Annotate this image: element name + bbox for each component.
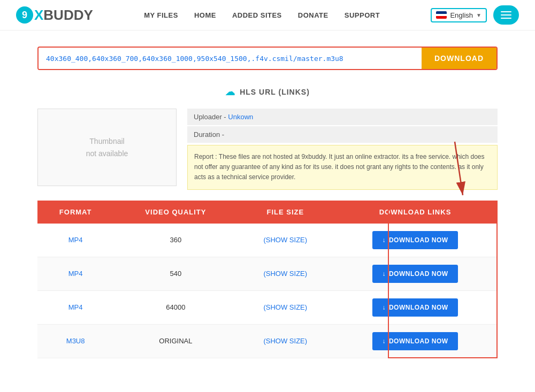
nav-added-sites[interactable]: ADDED SITES [232, 11, 282, 19]
info-section: Thumbnail not available Uploader - Unkow… [37, 109, 498, 190]
cell-format: MP4 [37, 257, 113, 290]
download-now-button[interactable]: ↓ DOWNLOAD NOW [372, 265, 457, 283]
download-now-label: DOWNLOAD NOW [389, 304, 448, 311]
cell-download: ↓ DOWNLOAD NOW [333, 290, 498, 324]
site-header: 9 X BUDDY MY FILES HOME ADDED SITES DONA… [0, 0, 535, 30]
main-content: DOWNLOAD ☁ HLS URL (LINKS) Thumbnail not… [27, 30, 508, 374]
cell-format: MP4 [37, 224, 113, 257]
nav-donate[interactable]: DONATE [298, 11, 328, 19]
table-row: MP4 64000 (SHOW SIZE) ↓ DOWNLOAD NOW [37, 290, 498, 324]
uploader-label: Uploader - [194, 113, 228, 121]
hamburger-menu-button[interactable] [493, 5, 519, 25]
download-arrow-icon: ↓ [382, 337, 386, 345]
col-filesize: FILE SIZE [238, 201, 333, 224]
report-box: Report : These files are not hosted at 9… [187, 145, 498, 190]
cell-filesize: (SHOW SIZE) [238, 324, 333, 358]
hls-title: ☁ HLS URL (LINKS) [37, 86, 498, 98]
cell-filesize: (SHOW SIZE) [238, 224, 333, 257]
col-quality: VIDEO QUALITY [113, 201, 238, 224]
download-now-button[interactable]: ↓ DOWNLOAD NOW [372, 298, 457, 317]
download-table-section: FORMAT VIDEO QUALITY FILE SIZE DOWNLOAD … [37, 201, 498, 358]
logo-buddy: BUDDY [43, 7, 93, 24]
download-table: FORMAT VIDEO QUALITY FILE SIZE DOWNLOAD … [37, 201, 498, 358]
cell-format: M3U8 [37, 324, 113, 358]
logo-x: X [34, 7, 43, 24]
nav-my-files[interactable]: MY FILES [144, 11, 178, 19]
uploader-row: Uploader - Unkown [187, 109, 498, 125]
col-format: FORMAT [37, 201, 113, 224]
cell-filesize: (SHOW SIZE) [238, 257, 333, 290]
download-arrow-icon: ↓ [382, 236, 386, 244]
main-nav: MY FILES HOME ADDED SITES DONATE SUPPORT [144, 11, 380, 19]
cell-quality: ORIGINAL [113, 324, 238, 358]
download-arrow-icon: ↓ [382, 270, 386, 278]
uploader-value[interactable]: Unkown [228, 113, 253, 121]
table-row: MP4 360 (SHOW SIZE) ↓ DOWNLOAD NOW [37, 224, 498, 257]
hls-section: ☁ HLS URL (LINKS) [37, 86, 498, 98]
menu-line-1 [501, 11, 511, 12]
url-bar-container: DOWNLOAD [37, 47, 498, 70]
menu-line-3 [501, 18, 511, 19]
download-now-button[interactable]: ↓ DOWNLOAD NOW [372, 332, 457, 350]
cloud-download-icon: ☁ [225, 86, 235, 98]
col-download: DOWNLOAD LINKS [333, 201, 498, 224]
download-now-button[interactable]: ↓ DOWNLOAD NOW [372, 231, 457, 249]
table-header: FORMAT VIDEO QUALITY FILE SIZE DOWNLOAD … [37, 201, 498, 224]
thumbnail-placeholder: Thumbnail not available [86, 135, 128, 159]
meta-box: Uploader - Unkown Duration - Report : Th… [187, 109, 498, 190]
thumbnail-box: Thumbnail not available [37, 109, 177, 186]
download-now-label: DOWNLOAD NOW [389, 270, 448, 278]
duration-label: Duration - [194, 130, 224, 139]
table-body: MP4 360 (SHOW SIZE) ↓ DOWNLOAD NOW MP4 5… [37, 224, 498, 358]
cell-quality: 540 [113, 257, 238, 290]
nav-home[interactable]: HOME [194, 11, 216, 19]
language-selector[interactable]: English ▼ [431, 8, 487, 22]
cell-download: ↓ DOWNLOAD NOW [333, 224, 498, 257]
language-label: English [450, 11, 473, 19]
site-logo[interactable]: 9 X BUDDY [16, 6, 93, 24]
download-now-label: DOWNLOAD NOW [389, 236, 448, 244]
cell-download: ↓ DOWNLOAD NOW [333, 324, 498, 358]
logo-nine: 9 [16, 6, 33, 24]
nav-support[interactable]: SUPPORT [345, 11, 380, 19]
report-text: Report : These files are not hosted at 9… [194, 153, 485, 181]
download-now-label: DOWNLOAD NOW [389, 337, 448, 345]
show-size-link[interactable]: (SHOW SIZE) [263, 270, 307, 278]
download-button[interactable]: DOWNLOAD [422, 48, 496, 69]
show-size-link[interactable]: (SHOW SIZE) [263, 303, 307, 311]
show-size-link[interactable]: (SHOW SIZE) [263, 337, 307, 345]
flag-icon [436, 11, 447, 19]
table-row: MP4 540 (SHOW SIZE) ↓ DOWNLOAD NOW [37, 257, 498, 290]
duration-row: Duration - [187, 126, 498, 143]
url-input[interactable] [39, 48, 422, 69]
table-header-row: FORMAT VIDEO QUALITY FILE SIZE DOWNLOAD … [37, 201, 498, 224]
header-right: English ▼ [431, 5, 519, 25]
download-arrow-icon: ↓ [382, 304, 386, 311]
cell-quality: 360 [113, 224, 238, 257]
show-size-link[interactable]: (SHOW SIZE) [263, 236, 307, 244]
chevron-down-icon: ▼ [476, 12, 482, 18]
cell-filesize: (SHOW SIZE) [238, 290, 333, 324]
table-row: M3U8 ORIGINAL (SHOW SIZE) ↓ DOWNLOAD NOW [37, 324, 498, 358]
cell-format: MP4 [37, 290, 113, 324]
cell-download: ↓ DOWNLOAD NOW [333, 257, 498, 290]
cell-quality: 64000 [113, 290, 238, 324]
menu-line-2 [501, 14, 511, 16]
